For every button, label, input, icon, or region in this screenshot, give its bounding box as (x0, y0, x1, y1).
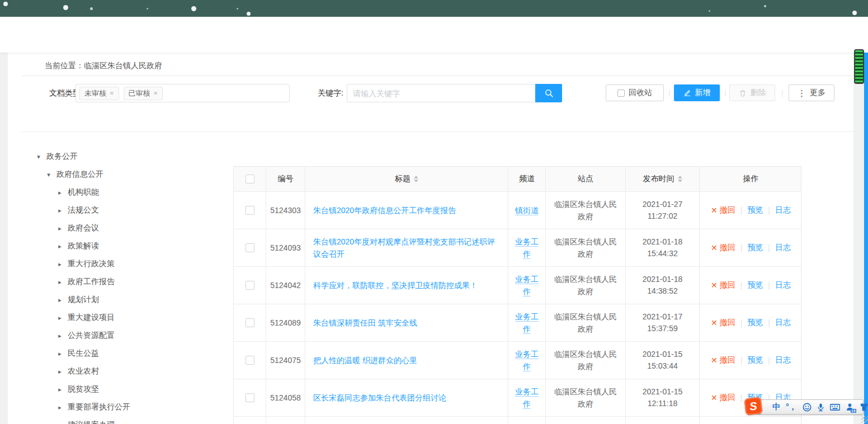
doc-channel-link[interactable]: 业务工作 (508, 342, 546, 379)
tree-item[interactable]: ▸ 民生公益 (0, 345, 228, 362)
doc-channel-link[interactable]: 业务工作 (508, 267, 546, 304)
withdraw-link[interactable]: ✕撤回 (711, 318, 735, 328)
chevron-right-icon[interactable]: ▸ (57, 314, 63, 322)
doc-channel-link[interactable]: 业务工作 (508, 379, 546, 417)
doc-id: 5124042 (266, 267, 305, 304)
microphone-icon[interactable] (817, 403, 824, 412)
tree-item[interactable]: ▸ 公共资源配置 (0, 327, 228, 345)
row-checkbox[interactable] (246, 318, 254, 327)
preview-link[interactable]: 预览 (747, 280, 763, 290)
chevron-right-icon[interactable]: ▸ (57, 350, 63, 357)
doc-title-link[interactable]: 朱台镇2020年度对村观摩点评暨村党支部书记述职评议会召开 (305, 229, 508, 267)
chevron-right-icon[interactable]: ▸ (57, 225, 63, 232)
doc-title-link[interactable]: 科学应对，联防联控，坚决捍卫疫情防控成果！ (305, 267, 508, 304)
chevron-right-icon[interactable]: ▸ (57, 189, 63, 196)
preview-link[interactable]: 预览 (747, 318, 763, 328)
tree-item[interactable]: ▸ 机构职能 (0, 183, 228, 201)
tree-item[interactable]: ▸ 政策解读 (0, 237, 228, 255)
log-link[interactable]: 日志 (775, 205, 791, 215)
add-button[interactable]: 新增 (674, 84, 720, 101)
withdraw-link[interactable]: ✕撤回 (711, 205, 735, 215)
chevron-right-icon[interactable]: ▸ (57, 243, 63, 250)
withdraw-link[interactable]: ✕撤回 (711, 243, 735, 253)
skin-shirt-icon[interactable] (860, 403, 868, 411)
chevron-right-icon[interactable]: ▸ (57, 368, 63, 375)
withdraw-link[interactable]: ✕撤回 (711, 355, 735, 365)
recycle-bin-button[interactable]: 回收站 (606, 84, 664, 101)
select-all-checkbox[interactable] (246, 175, 254, 183)
emoji-icon[interactable] (803, 403, 812, 412)
chevron-down-icon[interactable]: ▾ (46, 171, 51, 178)
chevron-right-icon[interactable]: ▸ (57, 261, 63, 268)
row-checkbox[interactable] (246, 356, 254, 365)
tree-item[interactable]: ▸ 建议提案办理 (0, 416, 228, 424)
preview-link[interactable]: 预览 (747, 355, 763, 365)
doc-type-select[interactable]: 未审核 × 已审核 × (76, 84, 290, 102)
chevron-down-icon[interactable]: ▾ (36, 153, 41, 161)
user-account-icon[interactable]: 19 (846, 403, 854, 411)
row-checkbox[interactable] (246, 393, 254, 402)
row-checkbox[interactable] (246, 243, 254, 252)
tree-item[interactable]: ▸ 法规公文 (0, 201, 228, 219)
doc-channel-link[interactable]: 业务工作 (508, 304, 546, 342)
withdraw-link[interactable]: ✕撤回 (711, 280, 735, 290)
preview-link[interactable]: 预览 (747, 243, 763, 253)
tree-item[interactable]: ▸ 规划计划 (0, 291, 228, 309)
tree-item[interactable]: ▸ 政府会议 (0, 219, 228, 237)
column-header-channel[interactable]: 频道 (508, 167, 546, 192)
column-header-site[interactable]: 站点 (546, 167, 626, 192)
tree-item[interactable]: ▾ 政务公开 (0, 148, 228, 166)
tree-item[interactable]: ▸ 政府工作报告 (0, 273, 228, 291)
column-header-published[interactable]: 发布时间 (626, 167, 700, 192)
tree-item[interactable]: ▸ 农业农村 (0, 362, 228, 380)
tree-item-label: 规划计划 (68, 295, 99, 305)
log-link[interactable]: 日志 (775, 243, 791, 253)
preview-link[interactable]: 预览 (747, 205, 763, 215)
doc-channel-link[interactable]: 镇街道 (508, 192, 546, 229)
sort-icon[interactable] (414, 176, 418, 182)
keyboard-icon[interactable] (830, 403, 840, 411)
ime-punctuation-toggle[interactable]: °， (786, 402, 797, 412)
chevron-right-icon[interactable]: ▸ (57, 386, 63, 393)
scrollbar-thumb[interactable] (854, 49, 864, 84)
tree-item[interactable]: ▾ 政府信息公开 (0, 166, 228, 183)
tree-item[interactable]: ▸ 脱贫攻坚 (0, 380, 228, 398)
keyword-input[interactable] (347, 84, 535, 102)
column-header-id[interactable]: 编号 (266, 167, 305, 192)
log-link[interactable]: 日志 (775, 318, 791, 328)
ime-language-mode[interactable]: 中 (772, 402, 780, 412)
row-checkbox[interactable] (246, 281, 254, 290)
table-row: 5124042 科学应对，联防联控，坚决捍卫疫情防控成果！ 业务工作 临淄区朱台… (234, 267, 801, 304)
log-link[interactable]: 日志 (775, 355, 791, 365)
tree-item[interactable]: ▸ 重大行政决策 (0, 255, 228, 273)
chevron-right-icon[interactable]: ▸ (57, 296, 63, 304)
tree-item[interactable]: ▸ 重要部署执行公开 (0, 398, 228, 416)
chevron-right-icon[interactable]: ▸ (57, 404, 63, 411)
chevron-right-icon[interactable]: ▸ (57, 422, 63, 424)
scrollbar-accent-bar[interactable] (864, 17, 868, 424)
search-button[interactable] (535, 84, 562, 102)
column-header-actions[interactable]: 操作 (700, 167, 802, 192)
tag-close-icon[interactable]: × (110, 89, 114, 97)
doc-title-link[interactable]: 区长宋磊同志参加朱台代表团分组讨论 (305, 379, 508, 417)
row-checkbox[interactable] (246, 206, 254, 215)
resize-grip[interactable] (861, 416, 868, 423)
column-header-title[interactable]: 标题 (305, 167, 508, 192)
doc-title-link[interactable]: 朱台镇深耕责任田 筑牢安全线 (305, 304, 508, 342)
doc-title-link[interactable]: 朱台镇2020年政府信息公开工作年度报告 (305, 192, 508, 229)
doc-channel-link[interactable]: 业务工作 (508, 229, 546, 267)
tree-item[interactable]: ▸ 重大建设项目 (0, 309, 228, 327)
doc-title-link[interactable]: 把人性的温暖 织进群众的心里 (305, 342, 508, 379)
chevron-right-icon[interactable]: ▸ (57, 207, 63, 214)
sogou-logo[interactable]: S (744, 397, 763, 416)
delete-button[interactable]: 删除 (729, 84, 775, 101)
chevron-right-icon[interactable]: ▸ (57, 279, 63, 286)
snow-dot (709, 10, 710, 12)
tag-close-icon[interactable]: × (154, 89, 158, 97)
sort-icon[interactable] (678, 176, 682, 182)
scrollbar-track[interactable] (853, 53, 864, 424)
log-link[interactable]: 日志 (775, 280, 791, 290)
withdraw-link[interactable]: ✕撤回 (711, 393, 735, 403)
more-button[interactable]: ⋮ 更多 (789, 84, 834, 101)
chevron-right-icon[interactable]: ▸ (57, 332, 63, 340)
